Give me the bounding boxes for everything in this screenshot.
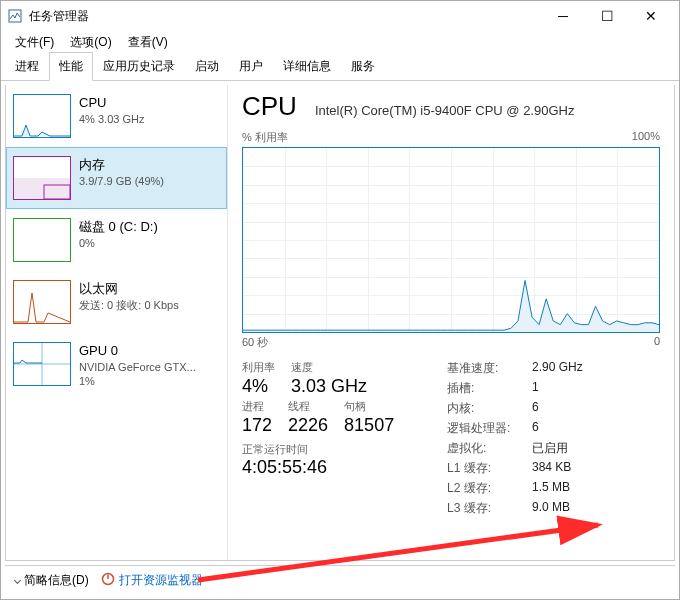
sidebar-item-disk[interactable]: 磁盘 0 (C: D:) 0% <box>6 209 227 271</box>
cpu-usage-chart[interactable] <box>242 147 660 333</box>
info-label: 逻辑处理器: <box>447 420 532 437</box>
disk-thumb <box>13 218 71 262</box>
info-label: 基准速度: <box>447 360 532 377</box>
info-row: 基准速度:2.90 GHz <box>447 360 660 377</box>
tab-app-history[interactable]: 应用历史记录 <box>93 52 185 80</box>
info-label: L2 缓存: <box>447 480 532 497</box>
handle-value: 81507 <box>344 415 394 436</box>
info-row: 内核:6 <box>447 400 660 417</box>
svg-marker-5 <box>243 280 659 332</box>
tabs: 进程 性能 应用历史记录 启动 用户 详细信息 服务 <box>1 53 679 81</box>
axis-bot-left: 60 秒 <box>242 335 268 350</box>
cpu-thumb <box>13 94 71 138</box>
info-value: 6 <box>532 420 539 437</box>
menubar: 文件(F) 选项(O) 查看(V) <box>1 31 679 53</box>
menu-view[interactable]: 查看(V) <box>120 32 176 53</box>
uptime-value: 4:05:55:46 <box>242 457 437 478</box>
handle-label: 句柄 <box>344 399 394 414</box>
info-value: 1 <box>532 380 539 397</box>
util-label: 利用率 <box>242 360 275 375</box>
chevron-down-icon <box>14 577 21 584</box>
minimize-button[interactable]: ─ <box>541 1 585 31</box>
sidebar: CPU 4% 3.03 GHz 内存 3.9/7.9 GB (49%) 磁盘 0… <box>6 85 228 560</box>
speed-value: 3.03 GHz <box>291 376 367 397</box>
info-row: 逻辑处理器:6 <box>447 420 660 437</box>
speed-label: 速度 <box>291 360 367 375</box>
footer: 简略信息(D) 打开资源监视器 <box>5 565 675 595</box>
detail-heading: CPU <box>242 91 297 122</box>
proc-value: 172 <box>242 415 272 436</box>
sidebar-eth-sub: 发送: 0 接收: 0 Kbps <box>79 298 179 313</box>
window-controls: ─ ☐ ✕ <box>541 1 673 31</box>
gpu-thumb <box>13 342 71 386</box>
info-value: 1.5 MB <box>532 480 570 497</box>
resmon-icon <box>101 572 115 589</box>
sidebar-disk-sub: 0% <box>79 236 158 251</box>
info-value: 2.90 GHz <box>532 360 583 377</box>
sidebar-item-ethernet[interactable]: 以太网 发送: 0 接收: 0 Kbps <box>6 271 227 333</box>
tab-details[interactable]: 详细信息 <box>273 52 341 80</box>
info-value: 已启用 <box>532 440 568 457</box>
sidebar-item-gpu[interactable]: GPU 0 NVIDIA GeForce GTX... 1% <box>6 333 227 398</box>
sidebar-cpu-sub: 4% 3.03 GHz <box>79 112 144 127</box>
sidebar-item-cpu[interactable]: CPU 4% 3.03 GHz <box>6 85 227 147</box>
info-row: L2 缓存:1.5 MB <box>447 480 660 497</box>
body: CPU 4% 3.03 GHz 内存 3.9/7.9 GB (49%) 磁盘 0… <box>5 85 675 561</box>
info-label: L3 缓存: <box>447 500 532 517</box>
tab-users[interactable]: 用户 <box>229 52 273 80</box>
ethernet-thumb <box>13 280 71 324</box>
tab-processes[interactable]: 进程 <box>5 52 49 80</box>
info-row: L1 缓存:384 KB <box>447 460 660 477</box>
tab-performance[interactable]: 性能 <box>49 52 93 81</box>
sidebar-cpu-title: CPU <box>79 94 144 112</box>
axis-bot-right: 0 <box>654 335 660 350</box>
proc-label: 进程 <box>242 399 272 414</box>
window-title: 任务管理器 <box>29 8 541 25</box>
uptime-label: 正常运行时间 <box>242 442 437 457</box>
stats-area: 利用率 4% 速度 3.03 GHz 进程 172 <box>242 360 660 520</box>
util-value: 4% <box>242 376 275 397</box>
tab-services[interactable]: 服务 <box>341 52 385 80</box>
info-value: 384 KB <box>532 460 571 477</box>
info-table: 基准速度:2.90 GHz插槽:1内核:6逻辑处理器:6虚拟化:已启用L1 缓存… <box>437 360 660 520</box>
app-icon <box>7 8 23 24</box>
sidebar-item-memory[interactable]: 内存 3.9/7.9 GB (49%) <box>6 147 227 209</box>
info-label: 内核: <box>447 400 532 417</box>
thread-value: 2226 <box>288 415 328 436</box>
thread-label: 线程 <box>288 399 328 414</box>
sidebar-gpu-sub: NVIDIA GeForce GTX... 1% <box>79 360 196 390</box>
fewer-details-button[interactable]: 简略信息(D) <box>15 572 89 589</box>
info-label: 虚拟化: <box>447 440 532 457</box>
menu-file[interactable]: 文件(F) <box>7 32 62 53</box>
info-value: 9.0 MB <box>532 500 570 517</box>
titlebar: 任务管理器 ─ ☐ ✕ <box>1 1 679 31</box>
sidebar-disk-title: 磁盘 0 (C: D:) <box>79 218 158 236</box>
maximize-button[interactable]: ☐ <box>585 1 629 31</box>
svg-rect-1 <box>14 178 70 199</box>
close-button[interactable]: ✕ <box>629 1 673 31</box>
sidebar-memory-sub: 3.9/7.9 GB (49%) <box>79 174 164 189</box>
sidebar-eth-title: 以太网 <box>79 280 179 298</box>
sidebar-memory-title: 内存 <box>79 156 164 174</box>
info-row: L3 缓存:9.0 MB <box>447 500 660 517</box>
task-manager-window: 任务管理器 ─ ☐ ✕ 文件(F) 选项(O) 查看(V) 进程 性能 应用历史… <box>0 0 680 600</box>
info-row: 插槽:1 <box>447 380 660 397</box>
detail-model: Intel(R) Core(TM) i5-9400F CPU @ 2.90GHz <box>315 103 575 118</box>
info-value: 6 <box>532 400 539 417</box>
info-label: L1 缓存: <box>447 460 532 477</box>
axis-top-left: % 利用率 <box>242 130 288 145</box>
menu-options[interactable]: 选项(O) <box>62 32 119 53</box>
open-resource-monitor-link[interactable]: 打开资源监视器 <box>101 572 203 589</box>
info-label: 插槽: <box>447 380 532 397</box>
axis-top-right: 100% <box>632 130 660 145</box>
sidebar-gpu-title: GPU 0 <box>79 342 196 360</box>
detail-pane: CPU Intel(R) Core(TM) i5-9400F CPU @ 2.9… <box>228 85 674 560</box>
memory-thumb <box>13 156 71 200</box>
info-row: 虚拟化:已启用 <box>447 440 660 457</box>
tab-startup[interactable]: 启动 <box>185 52 229 80</box>
